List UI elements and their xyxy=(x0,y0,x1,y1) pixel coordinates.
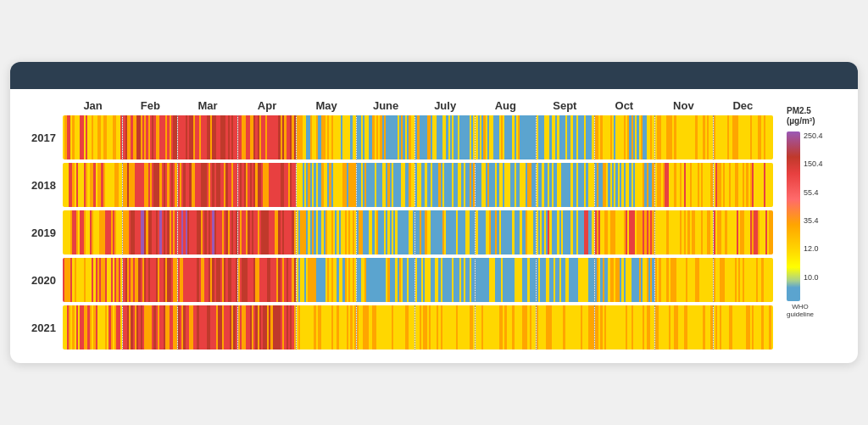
month-seg-jan xyxy=(63,210,122,254)
month-seg-dec xyxy=(714,210,773,254)
month-seg-july xyxy=(415,115,475,159)
legend-value: 10.0 xyxy=(804,273,819,282)
month-seg-oct xyxy=(595,258,654,302)
month-seg-may xyxy=(297,115,356,159)
month-seg-nov xyxy=(655,115,713,159)
month-seg-feb xyxy=(123,305,176,350)
month-headers: JanFebMarAprMayJuneJulyAugSeptOctNovDec xyxy=(63,99,773,112)
year-row-2021: 2021 xyxy=(19,305,773,350)
month-seg-feb xyxy=(123,210,176,254)
month-label-oct: Oct xyxy=(594,99,654,112)
month-label-jan: Jan xyxy=(63,99,123,112)
month-seg-mar xyxy=(178,258,237,302)
legend-entry: 12.0 xyxy=(804,244,823,253)
month-seg-sept xyxy=(537,163,594,207)
month-seg-dec xyxy=(714,305,773,350)
legend-value: 35.4 xyxy=(804,216,819,225)
month-label-june: June xyxy=(357,99,415,112)
month-seg-oct xyxy=(595,163,654,207)
month-seg-aug xyxy=(476,305,535,350)
month-seg-apr xyxy=(238,210,296,254)
year-label-2020: 2020 xyxy=(19,274,63,287)
legend-entry: 150.4 xyxy=(804,159,823,168)
year-strip-2018 xyxy=(63,163,773,207)
month-seg-july xyxy=(415,210,475,254)
year-label-2019: 2019 xyxy=(19,226,63,239)
year-strip-2021 xyxy=(63,305,773,350)
main-card: JanFebMarAprMayJuneJulyAugSeptOctNovDec … xyxy=(10,62,858,363)
chart-area: JanFebMarAprMayJuneJulyAugSeptOctNovDec … xyxy=(19,99,773,350)
month-seg-may xyxy=(297,305,356,350)
month-seg-sept xyxy=(537,115,594,159)
month-seg-sept xyxy=(537,210,594,254)
month-seg-mar xyxy=(178,163,237,207)
month-label-feb: Feb xyxy=(123,99,177,112)
month-seg-jan xyxy=(63,305,122,350)
month-seg-feb xyxy=(123,163,176,207)
month-seg-apr xyxy=(238,305,296,350)
month-seg-nov xyxy=(655,210,713,254)
month-seg-oct xyxy=(595,305,654,350)
month-seg-aug xyxy=(476,210,535,254)
year-row-2018: 2018 xyxy=(19,163,773,207)
legend-value: 12.0 xyxy=(804,244,819,253)
month-label-dec: Dec xyxy=(713,99,773,112)
month-seg-aug xyxy=(476,258,535,302)
month-seg-july xyxy=(415,305,475,350)
month-seg-june xyxy=(357,210,415,254)
legend-gradient xyxy=(787,131,800,301)
month-seg-nov xyxy=(655,258,713,302)
year-row-2020: 2020 xyxy=(19,258,773,302)
month-seg-june xyxy=(357,305,415,350)
month-seg-mar xyxy=(178,210,237,254)
month-seg-jan xyxy=(63,115,122,159)
month-seg-feb xyxy=(123,258,176,302)
legend-entry: 10.0 xyxy=(804,273,823,282)
month-seg-june xyxy=(357,163,415,207)
month-seg-feb xyxy=(123,115,176,159)
legend-labels: 250.4150.455.435.412.010.0 xyxy=(804,131,823,301)
legend-value: 250.4 xyxy=(804,131,823,140)
month-seg-apr xyxy=(238,163,296,207)
month-seg-oct xyxy=(595,115,654,159)
legend-value: 150.4 xyxy=(804,159,823,168)
month-label-sept: Sept xyxy=(536,99,594,112)
month-label-may: May xyxy=(297,99,357,112)
legend-entry: 35.4 xyxy=(804,216,823,225)
month-seg-may xyxy=(297,210,356,254)
who-label: WHOguideline xyxy=(787,303,814,318)
legend-area: PM2.5(µg/m³) 250.4150.455.435.412.010.0 … xyxy=(773,99,849,350)
month-seg-apr xyxy=(238,115,296,159)
month-label-aug: Aug xyxy=(476,99,536,112)
month-seg-jan xyxy=(63,258,122,302)
month-seg-mar xyxy=(178,115,237,159)
month-label-nov: Nov xyxy=(654,99,713,112)
month-seg-july xyxy=(415,163,475,207)
month-seg-aug xyxy=(476,163,535,207)
month-seg-nov xyxy=(655,163,713,207)
data-rows: 20172018201920202021 xyxy=(19,115,773,350)
month-seg-may xyxy=(297,258,356,302)
chart-title xyxy=(10,62,858,89)
month-seg-apr xyxy=(238,258,296,302)
month-seg-oct xyxy=(595,210,654,254)
month-seg-july xyxy=(415,258,475,302)
month-label-apr: Apr xyxy=(238,99,297,112)
year-row-2017: 2017 xyxy=(19,115,773,159)
legend-title: PM2.5(µg/m³) xyxy=(787,106,815,126)
month-seg-sept xyxy=(537,258,594,302)
month-label-mar: Mar xyxy=(177,99,237,112)
chart-content: JanFebMarAprMayJuneJulyAugSeptOctNovDec … xyxy=(10,89,858,363)
year-strip-2017 xyxy=(63,115,773,159)
legend-value: 55.4 xyxy=(804,188,819,197)
legend-entry: 250.4 xyxy=(804,131,823,140)
month-seg-jan xyxy=(63,163,122,207)
month-seg-june xyxy=(357,258,415,302)
month-seg-june xyxy=(357,115,415,159)
year-label-2018: 2018 xyxy=(19,179,63,192)
month-seg-dec xyxy=(714,115,773,159)
month-seg-mar xyxy=(178,305,237,350)
month-seg-dec xyxy=(714,258,773,302)
year-strip-2020 xyxy=(63,258,773,302)
year-label-2017: 2017 xyxy=(19,131,63,144)
